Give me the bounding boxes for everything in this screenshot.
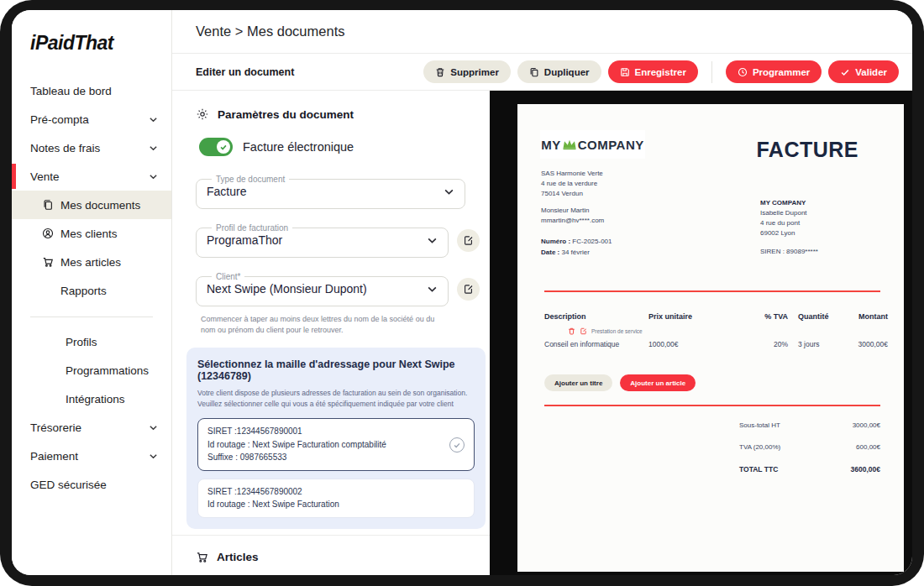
routage-line: Id routage : Next Swipe Facturation comp… — [207, 438, 465, 452]
buyer-address: MY COMPANY Isabelle Dupont 4 rue du pont… — [760, 198, 818, 257]
edit-client-button[interactable] — [457, 278, 480, 301]
save-button[interactable]: Enregistrer — [608, 60, 698, 83]
content-row: Paramètres du document Facture électroni… — [172, 91, 912, 575]
total-value: 600,00€ — [856, 443, 880, 451]
contact-line: mmartin@hv****.com — [541, 216, 604, 226]
schedule-button[interactable]: Programmer — [726, 60, 822, 83]
addressing-option-2[interactable]: SIRET :12344567890002 Id routage : Next … — [197, 479, 475, 518]
chevron-down-icon — [444, 186, 454, 197]
add-title-button[interactable]: Ajouter un titre — [544, 374, 612, 391]
sidebar-item-mes-articles[interactable]: Mes articles — [12, 248, 171, 276]
gear-icon — [196, 107, 209, 121]
crown-icon — [562, 139, 577, 150]
col-montant: Montant — [836, 312, 888, 321]
sidebar-item-programmations[interactable]: Programmations — [12, 356, 171, 385]
sidebar: iPaidThat Tableau de bord Pré-compta Not… — [12, 10, 172, 575]
invoice-preview-panel: MY COMPANY FACTURE SAS Harmonie Verte 4 … — [490, 91, 912, 575]
sidebar-item-mes-clients[interactable]: Mes clients — [12, 219, 171, 248]
sidebar-item-label: Notes de frais — [30, 142, 100, 154]
seller-line: 4 rue de la verdure — [541, 179, 603, 189]
numero-value: FC-2025-001 — [572, 238, 612, 245]
sidebar-item-notes-de-frais[interactable]: Notes de frais — [12, 133, 171, 162]
row-delete-button[interactable] — [568, 327, 575, 335]
routage-line: Id routage : Next Swipe Facturation — [207, 498, 465, 511]
contact-block: Monsieur Martin mmartin@hv****.com — [541, 206, 604, 226]
cell-prix-unitaire: 1000,00€ — [648, 340, 716, 348]
sidebar-item-paiement[interactable]: Paiement — [12, 442, 171, 470]
settings-section-header: Paramètres du document — [196, 107, 490, 121]
invoice-table-row: Conseil en informatique 1000,00€ 20% 3 j… — [544, 340, 861, 348]
separator-line-bottom — [544, 405, 880, 406]
app-window: iPaidThat Tableau de bord Pré-compta Not… — [12, 10, 912, 575]
invoice-title: FACTURE — [756, 138, 858, 162]
device-frame: iPaidThat Tableau de bord Pré-compta Not… — [0, 0, 924, 586]
invoice-page: MY COMPANY FACTURE SAS Harmonie Verte 4 … — [517, 104, 904, 572]
sidebar-item-label: Mes documents — [60, 199, 140, 212]
total-label: TVA (20,00%) — [739, 443, 780, 451]
billing-profile-select[interactable]: Profil de facturation ProgramaThor — [196, 223, 449, 258]
field-label: Profil de facturation — [216, 223, 288, 233]
buyer-line: 69002 Lyon — [760, 228, 818, 238]
chevron-down-icon — [427, 235, 438, 246]
row-tag: Prestation de service — [591, 328, 643, 334]
document-type-value: Facture — [207, 185, 246, 198]
sidebar-item-tresorerie[interactable]: Trésorerie — [12, 413, 171, 442]
button-label: Dupliquer — [544, 67, 590, 77]
chevron-down-icon — [149, 452, 158, 461]
delete-button[interactable]: Supprimer — [423, 60, 511, 83]
chevron-down-icon — [149, 115, 158, 124]
sidebar-item-label: Intégrations — [66, 393, 125, 405]
contact-line: Monsieur Martin — [541, 206, 604, 216]
addressing-option-1[interactable]: SIRET :12344567890001 Id routage : Next … — [197, 418, 475, 471]
sidebar-item-ged[interactable]: GED sécurisée — [12, 470, 171, 499]
col-prix-unitaire: Prix unitaire — [648, 312, 716, 321]
einvoice-toggle[interactable] — [199, 138, 233, 156]
add-article-button[interactable]: Ajouter un article — [620, 374, 696, 391]
tva-row: TVA (20,00%) 600,00€ — [739, 443, 880, 451]
invoice-meta: Numéro : FC-2025-001 Date : 34 février — [541, 237, 612, 259]
type-field-row: Type de document Facture — [196, 175, 490, 209]
subtotal-row: Sous-total HT 3000,00€ — [739, 421, 880, 429]
sidebar-item-label: Pré-compta — [30, 113, 89, 126]
total-value: 3600,00€ — [851, 465, 880, 474]
button-label: Valider — [855, 67, 887, 77]
company-logo-right: COMPANY — [578, 138, 644, 152]
einvoice-label: Facture électronique — [243, 140, 354, 154]
sidebar-item-label: Tableau de bord — [30, 85, 112, 97]
col-quantite: Quantité — [788, 312, 836, 321]
total-value: 3000,00€ — [853, 421, 880, 429]
sidebar-item-precompta[interactable]: Pré-compta — [12, 105, 171, 133]
sidebar-item-profils[interactable]: Profils — [12, 327, 171, 356]
siret-line: SIRET :12344567890001 — [207, 425, 465, 438]
document-type-select[interactable]: Type de document Facture — [196, 175, 465, 209]
buyer-line: 4 rue du pont — [760, 218, 818, 228]
check-circle-icon — [449, 437, 465, 453]
numero-label: Numéro : — [541, 238, 570, 245]
cell-description: Conseil en informatique — [544, 340, 648, 348]
row-edit-button[interactable] — [580, 327, 587, 335]
sidebar-item-label: Mes clients — [60, 228, 118, 240]
buyer-line: Isabelle Dupont — [760, 208, 818, 218]
col-tva: % TVA — [716, 312, 788, 321]
client-select[interactable]: Client* Next Swipe (Monsieur Dupont) — [196, 272, 449, 306]
app-logo: iPaidThat — [12, 32, 171, 55]
documents-icon — [42, 199, 54, 211]
validate-button[interactable]: Valider — [828, 60, 899, 83]
seller-line: 75014 Verdun — [541, 189, 603, 199]
buyer-name: MY COMPANY — [760, 198, 818, 208]
cell-montant: 3000,00€ — [836, 340, 888, 348]
save-icon — [620, 67, 630, 77]
sidebar-item-integrations[interactable]: Intégrations — [12, 385, 171, 413]
document-toolbar: Editer un document Supprimer Dupliquer E… — [172, 54, 912, 91]
edit-profile-button[interactable] — [457, 229, 480, 252]
sidebar-item-label: Vente — [30, 170, 60, 183]
sidebar-divider — [30, 317, 153, 317]
sidebar-item-mes-documents[interactable]: Mes documents — [12, 191, 171, 219]
chevron-down-icon — [149, 423, 158, 432]
sidebar-item-rapports[interactable]: Rapports — [12, 276, 171, 305]
sidebar-item-dashboard[interactable]: Tableau de bord — [12, 76, 171, 105]
duplicate-button[interactable]: Dupliquer — [517, 60, 601, 83]
sidebar-item-vente[interactable]: Vente — [12, 162, 171, 191]
total-label: Sous-total HT — [739, 421, 780, 429]
profile-field-row: Profil de facturation ProgramaThor — [196, 223, 490, 258]
